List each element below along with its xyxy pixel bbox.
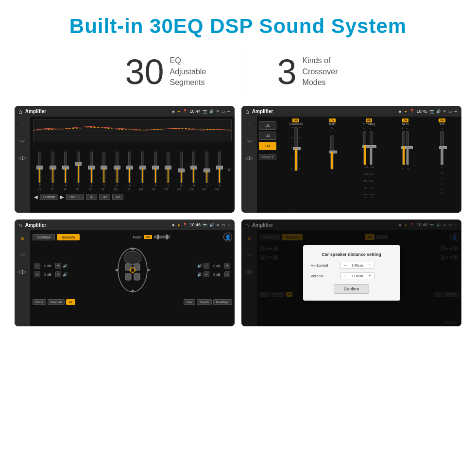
dialog-vertical-minus[interactable]: − <box>343 273 347 278</box>
svg-rect-7 <box>125 273 131 280</box>
vol-rr-plus[interactable]: + <box>224 271 230 277</box>
specialty-sidebar-vol-icon[interactable]: ◁▷ <box>17 267 28 276</box>
copilot-btn[interactable]: Copilot <box>197 299 212 305</box>
eq-slider-0[interactable]: 0 <box>34 152 46 187</box>
eq-back-icon[interactable]: ↩ <box>227 109 231 114</box>
eq-slider-9[interactable]: 0 <box>150 152 161 187</box>
vol-rl: − 0 dB + 🔊 <box>34 271 68 277</box>
crossover-content: ≡ 〰 ◁▷ U1 U2 U3 RESET <box>241 117 461 213</box>
vol-fl: − 0 dB + 🔊 <box>34 263 68 269</box>
dialog-horizontal-plus[interactable]: + <box>368 263 372 268</box>
crossover-status-bar: ⌂ Amplifier ■ ● 📍 10:45 📷 🔊 ✕ ▭ ↩ <box>241 106 461 117</box>
crossover-u2-btn[interactable]: U2 <box>259 132 276 140</box>
svg-marker-15 <box>131 290 134 293</box>
crossover-reset-btn[interactable]: RESET <box>259 154 276 160</box>
phat-on-badge[interactable]: ON <box>329 118 336 122</box>
rearleft-btn[interactable]: RearLeft <box>48 299 65 305</box>
crossover-cam-icon: 📷 <box>429 109 434 114</box>
specialty-time: 10:46 <box>189 222 201 227</box>
specialty-tab[interactable]: Specialty <box>57 234 79 240</box>
crossover-sidebar-vol-icon[interactable]: ◁▷ <box>244 153 255 162</box>
confirm-button[interactable]: Confirm <box>334 284 370 294</box>
vol-rr-minus[interactable]: − <box>204 271 209 277</box>
eq-sidebar-wave-icon[interactable]: 〰 <box>17 137 28 146</box>
eq-slider-1[interactable]: 0 <box>47 152 58 187</box>
eq-screen-title: Amplifier <box>25 109 170 114</box>
dialog-overlay: Car speaker distance setting Horizontal … <box>241 220 461 326</box>
crossover-sidebar-wave-icon[interactable]: 〰 <box>244 137 255 146</box>
eq-main: 0 0 0 5 <box>30 117 235 213</box>
eq-slider-12[interactable]: 0 <box>188 152 200 187</box>
eq-slider-2[interactable]: 0 <box>60 152 71 187</box>
eq-sidebar: ≡ 〰 ◁▷ <box>15 117 30 213</box>
eq-prev-btn[interactable]: ◀ <box>34 194 38 200</box>
dialog-horizontal-label: Horizontal <box>311 263 338 268</box>
specialty-sidebar-eq-icon[interactable]: ≡ <box>17 234 28 243</box>
eq-slider-6[interactable]: 0 <box>111 152 123 187</box>
crossover-pin-icon: 📍 <box>409 109 414 114</box>
svg-marker-14 <box>131 247 134 250</box>
bass-on-badge[interactable]: ON <box>402 118 409 122</box>
crossover-home-icon[interactable]: ⌂ <box>245 108 249 115</box>
crossover-back-icon[interactable]: ↩ <box>454 109 458 114</box>
user-btn[interactable]: User <box>184 299 196 305</box>
cutfreq-on-badge[interactable]: ON <box>366 118 373 122</box>
eq-slider-4[interactable]: 0 <box>85 152 97 187</box>
all-btn[interactable]: All <box>66 299 75 305</box>
eq-slider-8[interactable]: 0 <box>136 152 148 187</box>
vol-fl-plus[interactable]: + <box>55 263 61 269</box>
eq-slider-5[interactable]: 0 <box>98 152 110 187</box>
distance-content: ≡ 〰 ◁▷ Common Specialty ON 👤 <box>241 230 461 326</box>
eq-slider-14[interactable]: 0 <box>214 152 225 187</box>
dialog-vertical-label: Vertical <box>311 274 338 278</box>
eq-slider-7[interactable]: 0 <box>124 152 136 187</box>
dialog-title: Car speaker distance setting <box>311 252 392 257</box>
vol-fl-minus[interactable]: − <box>34 263 40 269</box>
vol-rl-minus[interactable]: − <box>34 271 40 277</box>
rearright-btn[interactable]: RearRight <box>213 299 232 305</box>
sub-on-badge[interactable]: ON <box>439 118 445 122</box>
dialog-horizontal-minus[interactable]: − <box>343 263 347 268</box>
specialty-cam-icon: 📷 <box>203 223 207 227</box>
eq-slider-13[interactable]: -1 <box>201 152 212 187</box>
eq-screen: ⌂ Amplifier ■ ● 📍 10:44 📷 🔊 ✕ ▭ ↩ ≡ 〰 ◁▷ <box>15 106 235 213</box>
eq-slider-11[interactable]: -1 <box>175 152 187 187</box>
eq-u2-btn[interactable]: U2 <box>99 194 110 200</box>
vol-rr: 🔊 − 0 dB + <box>197 271 230 277</box>
specialty-vol-icon: 🔊 <box>209 223 214 227</box>
profile-icon[interactable]: 👤 <box>223 233 232 241</box>
specialty-home-icon[interactable]: ⌂ <box>18 221 22 229</box>
loudness-on-badge[interactable]: ON <box>292 118 299 122</box>
common-tab[interactable]: Common <box>33 234 55 240</box>
dialog-vertical-plus[interactable]: + <box>368 273 372 278</box>
vol-fr-plus[interactable]: + <box>224 263 230 269</box>
eq-sidebar-vol-icon[interactable]: ◁▷ <box>17 153 28 162</box>
specialty-status-bar: ⌂ Amplifier ■ ● 📍 10:46 📷 🔊 ✕ ▭ ↩ <box>15 220 235 230</box>
driver-btn[interactable]: Driver <box>33 299 46 305</box>
eq-custom-btn[interactable]: Custom <box>40 194 58 200</box>
specialty-back-icon[interactable]: ↩ <box>227 223 231 227</box>
vol-rl-plus[interactable]: + <box>55 271 61 277</box>
phat-label: PHAT <box>329 123 336 126</box>
eq-sidebar-eq-icon[interactable]: ≡ <box>17 120 28 129</box>
fader-on-badge[interactable]: ON <box>144 235 152 239</box>
crossover-u1-btn[interactable]: U1 <box>259 121 276 130</box>
eq-slider-10[interactable]: 0 <box>162 152 174 187</box>
eq-next-btn[interactable]: ▶ <box>60 194 64 200</box>
specialty-sidebar-wave-icon[interactable]: 〰 <box>17 251 28 259</box>
eq-rect-icon: ▭ <box>221 109 225 114</box>
distance-screen: ⌂ Amplifier ■ ● 📍 10:46 📷 🔊 ✕ ▭ ↩ ≡ 〰 ◁▷ <box>241 220 461 326</box>
crossover-dot-icon: ● <box>405 109 407 114</box>
crossover-u3-btn[interactable]: U3 <box>259 142 276 150</box>
eq-u1-btn[interactable]: U1 <box>86 194 97 200</box>
crossover-sidebar: ≡ 〰 ◁▷ <box>241 117 257 213</box>
eq-slider-3[interactable]: 5 <box>72 152 84 187</box>
vol-fr-minus[interactable]: − <box>204 263 209 269</box>
bass-label: BASS <box>402 123 408 126</box>
eq-home-icon[interactable]: ⌂ <box>18 108 22 115</box>
specialty-screen-title: Amplifier <box>25 222 170 228</box>
eq-u3-btn[interactable]: U3 <box>112 194 123 200</box>
eq-reset-btn[interactable]: RESET <box>66 194 84 200</box>
crossover-sidebar-eq-icon[interactable]: ≡ <box>244 120 255 129</box>
screens-grid: ⌂ Amplifier ■ ● 📍 10:44 📷 🔊 ✕ ▭ ↩ ≡ 〰 ◁▷ <box>0 106 476 336</box>
